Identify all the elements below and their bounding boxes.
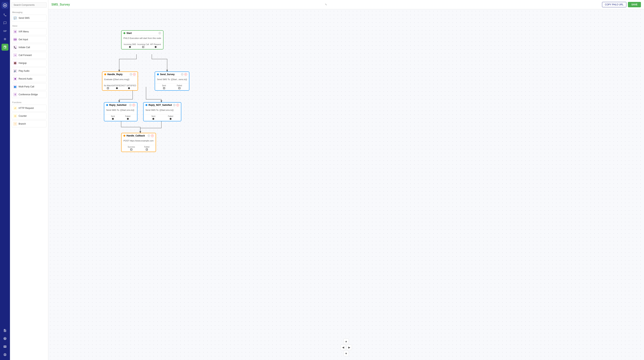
component-initiate-call[interactable]: 📞 Initiate Call (12, 44, 46, 51)
port-sent: Sent (111, 115, 115, 120)
reply-not-satisfied-info-icon[interactable]: ⓘ (173, 104, 176, 106)
component-multi-party[interactable]: 👥 Multi-Party Call (12, 83, 46, 90)
canvas-nav-controls: ▲ ◀ ▶ ▼ (340, 338, 352, 356)
edit-title-icon[interactable]: ✎ (325, 3, 327, 6)
reply-satisfied-node[interactable]: Reply_Satisfied ⓘ ✕ Send SMS To: {{Start… (104, 102, 138, 121)
nav-sms-icon[interactable] (2, 20, 8, 26)
component-counter[interactable]: ⊟ Counter (12, 112, 46, 120)
reply-not-satisfied-body: Send SMS To: {{Start.sms.to}} (144, 107, 181, 114)
nav-help-icon[interactable] (2, 335, 8, 342)
send-survey-footer: Sent Failed (155, 84, 189, 90)
section-functions: Functions ⇄ HTTP Request ⊟ Counter ⑂ Bra… (12, 100, 46, 128)
start-dot (124, 32, 125, 34)
reply-not-satisfied-dot (146, 104, 148, 106)
start-node[interactable]: Start ⓘ PHLO Execution will start from t… (121, 30, 164, 50)
component-play-audio[interactable]: 🔊 Play Audio (12, 68, 46, 74)
start-info-icon[interactable]: ⓘ (158, 32, 161, 34)
send-survey-node[interactable]: Send_Survey ⓘ ✕ Send SMS To: {{Start...r… (155, 72, 189, 91)
nav-settings-icon[interactable] (2, 351, 8, 358)
send-survey-close-icon[interactable]: ✕ (184, 73, 187, 76)
port-connector (130, 148, 132, 150)
handle-callback-body: POST https://www.example.com (122, 138, 156, 145)
section-label-functions: Functions (12, 101, 46, 104)
port-connector (146, 148, 148, 150)
send-sms-label: Send SMS (18, 17, 30, 19)
reply-not-satisfied-footer: Sent Failed (144, 114, 181, 121)
hangup-icon: 📵 (13, 61, 17, 65)
conference-bridge-icon: 🎙 (13, 92, 17, 96)
call-forward-label: Call Forward (18, 54, 32, 56)
nav-down-button[interactable]: ▼ (344, 351, 349, 356)
port-label: Failed (125, 115, 130, 117)
nav-left-button[interactable]: ◀ (340, 345, 346, 350)
start-footer: Incoming SMS Incoming Call API Request (122, 42, 163, 49)
nav-phone-icon[interactable] (2, 12, 8, 18)
components-sidebar: Messaging 💬 Send SMS Voice ⊞ IVR Menu ⌨ … (10, 0, 48, 360)
handle-reply-close-icon[interactable]: ✕ (133, 73, 136, 76)
counter-label: Counter (18, 115, 27, 117)
port-not-satisfied: NOT SATISFIED (122, 84, 136, 89)
nav-flow-icon[interactable] (2, 44, 8, 50)
send-survey-info-icon[interactable]: ⓘ (181, 73, 184, 76)
branch-label: Branch (18, 122, 26, 125)
port-failed: Failed (168, 115, 173, 120)
port-label: Incoming Call (138, 43, 149, 46)
component-ivr-menu[interactable]: ⊞ IVR Menu (12, 28, 46, 35)
reply-satisfied-close-icon[interactable]: ✕ (132, 104, 135, 106)
save-button[interactable]: SAVE (628, 2, 641, 7)
reply-not-satisfied-title: Reply_NOT_Satisfied (148, 104, 172, 106)
handle-reply-node[interactable]: Handle_Reply ⓘ ✕ Evaluate {{Start.sms.ms… (102, 72, 138, 91)
ivr-menu-icon: ⊞ (13, 30, 17, 34)
port-success: Success (128, 146, 135, 150)
send-survey-title: Send_Survey (160, 73, 180, 76)
copy-url-button[interactable]: COPY PHLO URL (602, 2, 626, 7)
handle-callback-node[interactable]: Handle_Callback ⓘ ✕ POST https://www.exa… (121, 133, 156, 152)
nav-sip-icon[interactable]: SIP (2, 28, 8, 34)
nav-email-icon[interactable] (2, 343, 8, 350)
flow-canvas[interactable]: Start ⓘ PHLO Execution will start from t… (48, 9, 644, 360)
component-branch[interactable]: ⑂ Branch (12, 120, 46, 127)
reply-not-satisfied-header: Reply_NOT_Satisfied ⓘ ✕ (144, 102, 181, 107)
send-survey-dot (157, 74, 159, 75)
component-send-sms[interactable]: 💬 Send SMS (12, 14, 46, 22)
handle-reply-info-icon[interactable]: ⓘ (130, 73, 132, 76)
component-call-forward[interactable]: ↪ Call Forward (12, 52, 46, 59)
reply-not-satisfied-node[interactable]: Reply_NOT_Satisfied ⓘ ✕ Send SMS To: {{S… (143, 102, 181, 121)
handle-callback-close-icon[interactable]: ✕ (151, 134, 154, 137)
section-voice: Voice ⊞ IVR Menu ⌨ Get Input 📞 Initiate … (12, 24, 46, 99)
port-connector (163, 87, 165, 89)
port-label: Sent (162, 84, 166, 87)
nav-up-button[interactable]: ▲ (344, 338, 349, 344)
port-incoming-call: Incoming Call (138, 43, 149, 48)
handle-callback-info-icon[interactable]: ⓘ (148, 134, 150, 137)
port-sent: Sent (152, 115, 156, 120)
start-node-header: Start ⓘ (122, 31, 163, 36)
section-label-messaging: Messaging (12, 11, 46, 14)
send-survey-header: Send_Survey ⓘ ✕ (155, 72, 189, 77)
port-label: SATISFIED (112, 84, 122, 87)
port-label: Failed (144, 146, 149, 148)
section-label-voice: Voice (12, 25, 46, 27)
handle-reply-title: Handle_Reply (107, 73, 128, 76)
component-get-input[interactable]: ⌨ Get Input (12, 36, 46, 43)
reply-not-satisfied-close-icon[interactable]: ✕ (176, 104, 179, 106)
nav-hash-icon[interactable] (2, 36, 8, 42)
port-connector (170, 118, 172, 120)
component-record-audio[interactable]: ⏺ Record Audio (12, 75, 46, 82)
port-connector (155, 46, 156, 48)
branch-icon: ⑂ (13, 122, 17, 126)
start-title: Start (126, 32, 157, 34)
handle-callback-title: Handle_Callback (126, 134, 146, 137)
reply-satisfied-info-icon[interactable]: ⓘ (129, 104, 132, 106)
component-http-request[interactable]: ⇄ HTTP Request (12, 105, 46, 112)
record-audio-icon: ⏺ (13, 77, 17, 81)
reply-satisfied-header: Reply_Satisfied ⓘ ✕ (104, 102, 137, 107)
port-satisfied: SATISFIED (112, 84, 122, 89)
component-conference-bridge[interactable]: 🎙 Conference Bridge (12, 91, 46, 98)
component-hangup[interactable]: 📵 Hangup (12, 60, 46, 66)
nav-docs-icon[interactable] (2, 327, 8, 334)
main-area: SMS_Survey ✎ COPY PHLO URL SAVE (48, 0, 644, 360)
search-input[interactable] (12, 2, 46, 8)
nav-right-button[interactable]: ▶ (346, 345, 352, 350)
hangup-label: Hangup (18, 62, 27, 64)
